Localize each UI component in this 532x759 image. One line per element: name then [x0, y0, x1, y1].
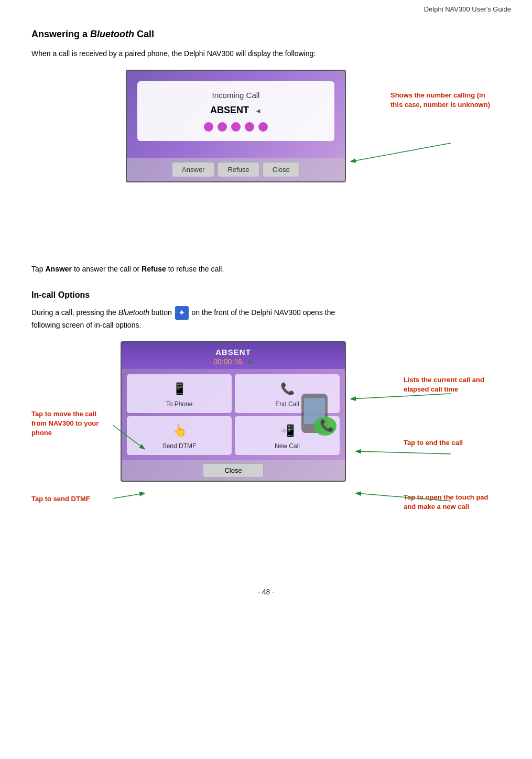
ann-left-bottom: Tap to send DTMF [31, 494, 113, 504]
dot-5 [258, 122, 268, 132]
ann-right-mid-text: Tap to end the call [404, 439, 463, 447]
ann-left-bottom-text: Tap to send DTMF [31, 495, 90, 503]
dot-3 [231, 122, 241, 132]
annotation-incoming-text: Shows the number calling (in this case, … [390, 91, 490, 109]
ann-top-right: Lists the current call and elapsed call … [404, 375, 501, 394]
incall-header: ABSENT 00:00:16 ◄ [122, 342, 345, 369]
dot-1 [204, 122, 213, 132]
incall-section: In-call Options During a call, pressing … [31, 290, 501, 567]
incall-timer: 00:00:16 ◄ [129, 357, 337, 366]
incoming-screen: Incoming Call ABSENT ◄ [127, 71, 345, 158]
to-phone-cell: 📱 To Phone [127, 374, 232, 413]
phone-svg: 📞 [291, 388, 338, 441]
section1-heading: Answering a Bluetooth Call [31, 29, 501, 40]
section1-body2: Tap Answer to answer the call or Refuse … [31, 264, 335, 275]
to-phone-icon: 📱 [170, 379, 189, 398]
to-phone-label[interactable]: To Phone [166, 400, 193, 408]
send-dtmf-cell: 👆 Send DTMF [127, 416, 232, 455]
svg-line-7 [351, 394, 451, 399]
incall-heading: In-call Options [31, 290, 501, 300]
dot-4 [245, 122, 254, 132]
incoming-call-buttons: Answer Refuse Close [127, 158, 345, 181]
incall-body1: During a call, pressing the Bluetooth bu… [31, 306, 335, 331]
send-dtmf-icon: 👆 [170, 421, 189, 440]
bluetooth-icon [175, 306, 189, 320]
incall-caller: ABSENT [129, 348, 337, 356]
header-title: Delphi NAV300 User's Guide [424, 5, 511, 13]
ann-top-right-text: Lists the current call and elapsed call … [404, 376, 484, 393]
refuse-bold: Refuse [142, 265, 166, 273]
incoming-call-callout: Incoming Call ABSENT ◄ Answer [31, 70, 501, 248]
incoming-device-screen: Incoming Call ABSENT ◄ Answer [126, 70, 346, 182]
ann-left-top: Tap to move the call from NAV300 to your… [31, 409, 113, 438]
incall-options-grid: 📱 To Phone 📞 End Call 👆 Send DTMF [122, 369, 345, 460]
section1-body1: When a call is received by a paired phon… [31, 48, 335, 59]
incall-callout: Tap to move the call from NAV300 to your… [31, 341, 501, 567]
incall-close-bar: Close [122, 460, 345, 481]
ann-left-top-text: Tap to move the call from NAV300 to your… [31, 410, 99, 437]
phone-graphic-overlay: 📞 [288, 386, 341, 443]
incall-close-button[interactable]: Close [203, 463, 263, 478]
page-footer: - 48 - [0, 588, 532, 606]
ann-right-bottom-text: Tap to open the touch pad and make a new… [404, 493, 488, 511]
annotation-incoming: Shows the number calling (in this case, … [390, 91, 490, 110]
caller-name: ABSENT ◄ [148, 105, 324, 116]
main-content: Answering a Bluetooth Call When a call i… [0, 13, 532, 567]
page-number: - 48 - [257, 588, 275, 596]
svg-text:📞: 📞 [320, 418, 334, 432]
svg-line-0 [351, 143, 451, 161]
ann-right-mid: Tap to end the call [404, 438, 501, 448]
close-button-incoming[interactable]: Close [263, 162, 300, 177]
incall-device: ABSENT 00:00:16 ◄ 📱 To Phone [121, 341, 346, 482]
answer-button[interactable]: Answer [172, 162, 214, 177]
ann-right-bottom: Tap to open the touch pad and make a new… [404, 493, 501, 512]
call-dots [148, 122, 324, 132]
answer-bold: Answer [45, 265, 72, 273]
new-call-label[interactable]: New Call [275, 442, 300, 450]
page-header: Delphi NAV300 User's Guide [0, 0, 532, 13]
call-title: Incoming Call [148, 91, 324, 100]
send-dtmf-label[interactable]: Send DTMF [162, 442, 197, 450]
svg-line-10 [356, 451, 451, 454]
svg-line-9 [113, 493, 144, 498]
dot-2 [218, 122, 227, 132]
refuse-button[interactable]: Refuse [218, 162, 259, 177]
call-dialog: Incoming Call ABSENT ◄ [137, 81, 334, 141]
bluetooth-italic: Bluetooth [118, 308, 149, 317]
incall-grid-wrapper: 📱 To Phone 📞 End Call 👆 Send DTMF [122, 369, 345, 460]
